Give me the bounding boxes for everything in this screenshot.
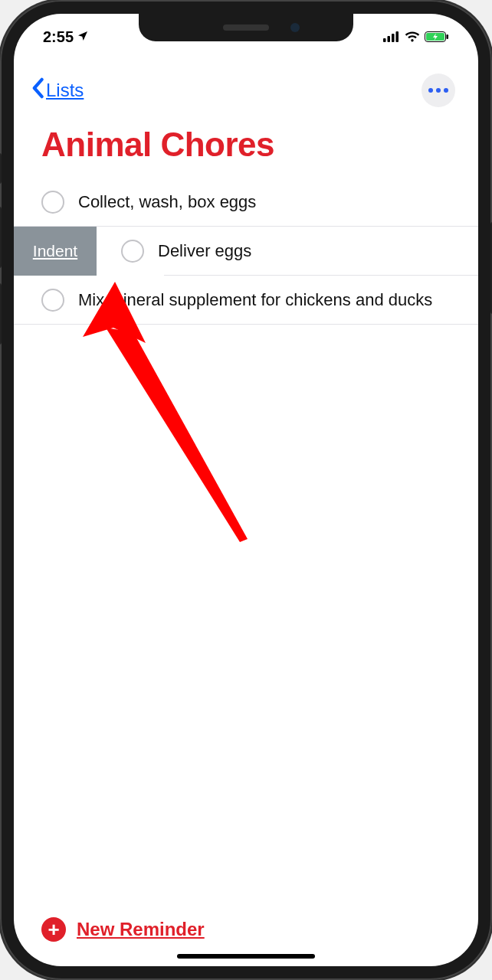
dot-icon xyxy=(444,88,448,93)
indent-action-label: Indent xyxy=(33,242,77,260)
wifi-icon xyxy=(405,28,420,46)
front-camera xyxy=(290,23,300,32)
reminder-row[interactable]: Indent Deliver eggs xyxy=(14,227,478,276)
speaker-grille xyxy=(223,24,269,31)
volume-up-button xyxy=(0,207,2,268)
reminder-text: Collect, wash, box eggs xyxy=(78,191,466,214)
dot-icon xyxy=(428,88,433,93)
content-area: Lists Animal Chores Collect, wash, box e… xyxy=(14,55,478,966)
mute-switch xyxy=(0,153,2,184)
reminder-text: Mix mineral supplement for chickens and … xyxy=(78,289,466,312)
completion-radio[interactable] xyxy=(121,240,144,263)
page-title: Animal Chores xyxy=(14,112,478,178)
status-right xyxy=(383,28,449,46)
phone-device-frame: 2:55 xyxy=(0,0,492,980)
location-arrow-icon xyxy=(77,28,89,46)
more-button[interactable] xyxy=(421,74,455,107)
completion-radio[interactable] xyxy=(41,289,64,312)
back-button[interactable]: Lists xyxy=(31,77,84,103)
back-label: Lists xyxy=(46,80,84,101)
reminder-row[interactable]: Mix mineral supplement for chickens and … xyxy=(14,276,478,325)
reminders-list: Collect, wash, box eggs Indent Deliver e… xyxy=(14,178,478,325)
notch xyxy=(139,14,353,41)
new-reminder-label: New Reminder xyxy=(77,919,205,940)
svg-rect-0 xyxy=(383,38,386,42)
svg-marker-8 xyxy=(106,328,248,542)
indent-swipe-action[interactable]: Indent xyxy=(14,227,97,276)
chevron-left-icon xyxy=(31,77,44,103)
plus-circle-icon: + xyxy=(41,917,66,942)
reminder-text: Deliver eggs xyxy=(158,240,466,263)
svg-rect-1 xyxy=(388,36,391,42)
svg-rect-6 xyxy=(447,34,449,39)
reminder-row[interactable]: Collect, wash, box eggs xyxy=(14,178,478,227)
cellular-signal-icon xyxy=(383,28,400,46)
svg-rect-3 xyxy=(396,31,399,42)
svg-rect-2 xyxy=(392,34,395,42)
status-time: 2:55 xyxy=(43,28,74,46)
volume-down-button xyxy=(0,283,2,345)
home-indicator[interactable] xyxy=(177,954,315,959)
dot-icon xyxy=(436,88,441,93)
nav-bar: Lists xyxy=(14,74,478,112)
screen: 2:55 xyxy=(14,14,478,966)
battery-charging-icon xyxy=(425,28,449,46)
completion-radio[interactable] xyxy=(41,191,64,214)
status-left: 2:55 xyxy=(43,28,89,46)
